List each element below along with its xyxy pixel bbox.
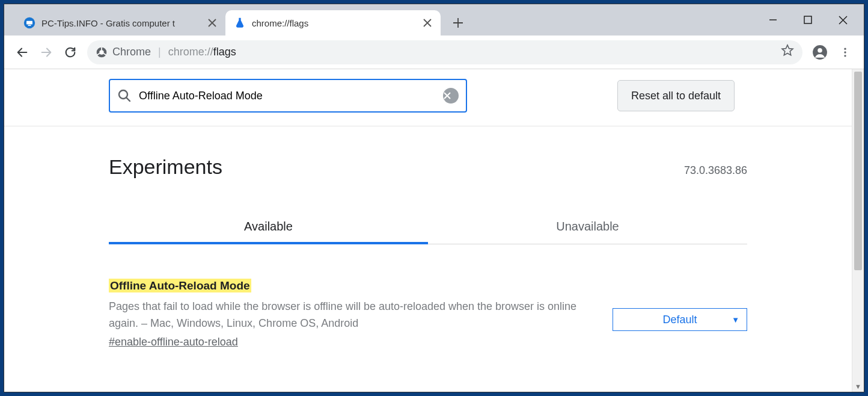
tab-pctips[interactable]: PC-Tips.INFO - Gratis computer t (15, 10, 225, 36)
separator: | (158, 46, 161, 58)
svg-rect-2 (28, 25, 31, 26)
svg-rect-1 (26, 21, 32, 25)
kebab-menu-icon[interactable] (833, 40, 858, 65)
maximize-button[interactable] (790, 8, 825, 32)
new-tab-button[interactable] (448, 13, 468, 33)
flags-page: Reset all to default Experiments 73.0.36… (4, 69, 852, 392)
flags-search-box[interactable] (109, 79, 467, 113)
favicon-pctips (23, 17, 35, 29)
reset-label: Reset all to default (631, 90, 721, 102)
scroll-down-icon[interactable]: ▼ (852, 381, 864, 392)
svg-point-7 (818, 48, 822, 52)
flag-item: Offline Auto-Reload Mode Pages that fail… (109, 279, 747, 348)
reload-button[interactable] (58, 40, 82, 64)
flag-description: Pages that fail to load while the browse… (109, 299, 594, 332)
tab-available[interactable]: Available (109, 211, 428, 244)
close-window-button[interactable] (825, 8, 860, 32)
flags-tabs: Available Unavailable (109, 211, 747, 244)
flag-dropdown[interactable]: Default ▼ (613, 308, 747, 331)
svg-rect-3 (804, 16, 811, 23)
flags-body: Experiments 73.0.3683.86 Available Unava… (4, 126, 852, 348)
search-icon (117, 88, 132, 103)
flag-hash-link[interactable]: #enable-offline-auto-reload (109, 336, 594, 348)
title-row: Experiments 73.0.3683.86 (109, 155, 747, 179)
svg-point-5 (99, 50, 104, 55)
svg-point-10 (844, 55, 846, 57)
bookmark-star-icon[interactable] (781, 44, 794, 60)
address-bar[interactable]: Chrome | chrome://flags (87, 40, 802, 64)
forward-button[interactable] (34, 40, 58, 64)
tab-flags[interactable]: chrome://flags (225, 10, 441, 36)
url-text: chrome://flags (168, 46, 236, 58)
chip-label: Chrome (112, 46, 151, 58)
chevron-down-icon: ▼ (732, 315, 739, 324)
vertical-scrollbar[interactable]: ▼ (852, 69, 864, 392)
close-icon[interactable] (206, 17, 218, 29)
flag-dropdown-value: Default (662, 314, 697, 326)
flag-text: Offline Auto-Reload Mode Pages that fail… (109, 279, 594, 348)
tab-title: chrome://flags (252, 18, 413, 28)
svg-point-8 (844, 48, 846, 49)
flags-header: Reset all to default (4, 69, 852, 126)
page-heading: Experiments (109, 155, 222, 179)
site-info-chip[interactable]: Chrome (96, 46, 151, 58)
tab-strip: PC-Tips.INFO - Gratis computer t chrome:… (4, 4, 864, 36)
scrollbar-thumb[interactable] (854, 72, 862, 270)
profile-button[interactable] (807, 40, 833, 65)
version-text: 73.0.3683.86 (684, 164, 747, 177)
tab-title: PC-Tips.INFO - Gratis computer t (41, 18, 198, 28)
back-button[interactable] (10, 40, 34, 64)
reset-all-button[interactable]: Reset all to default (617, 80, 735, 111)
flags-search-input[interactable] (139, 90, 443, 102)
window-controls (756, 4, 860, 36)
clear-search-icon[interactable] (443, 88, 459, 104)
svg-point-9 (844, 51, 846, 53)
close-icon[interactable] (421, 17, 433, 29)
toolbar: Chrome | chrome://flags (4, 36, 864, 69)
flag-title: Offline Auto-Reload Mode (109, 279, 251, 292)
content-wrap: Reset all to default Experiments 73.0.36… (4, 69, 864, 392)
minimize-button[interactable] (756, 8, 790, 32)
tabs-area: PC-Tips.INFO - Gratis computer t chrome:… (4, 4, 468, 36)
tab-unavailable[interactable]: Unavailable (428, 211, 747, 244)
favicon-flask-icon (234, 17, 246, 29)
browser-window: PC-Tips.INFO - Gratis computer t chrome:… (4, 4, 864, 392)
